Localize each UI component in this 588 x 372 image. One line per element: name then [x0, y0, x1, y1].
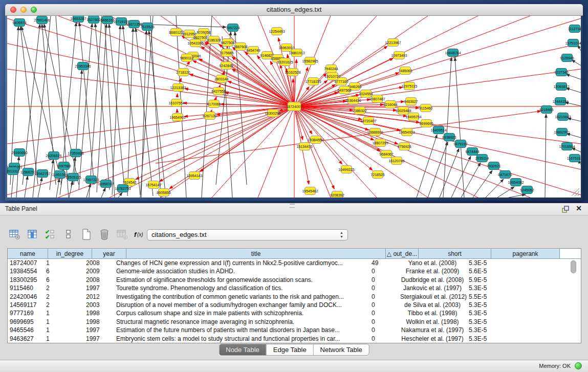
table-cell[interactable]: 0 — [369, 326, 398, 334]
row-height-icon[interactable] — [62, 228, 75, 240]
tab-edge-table[interactable]: Edge Table — [267, 344, 314, 355]
table-cell[interactable]: Changes of HCN gene expression and I(f) … — [114, 259, 369, 267]
table-cell[interactable]: 1 — [44, 309, 84, 317]
table-row[interactable]: 1872400712008Changes of HCN gene express… — [8, 259, 581, 267]
trash-icon[interactable] — [98, 228, 111, 240]
table-cell[interactable]: 2008 — [84, 259, 114, 267]
function-builder-icon[interactable]: f(x) — [134, 228, 147, 240]
table-cell[interactable]: 2008 — [84, 276, 114, 284]
tab-network-table[interactable]: Network Table — [314, 344, 369, 355]
table-cell[interactable]: Tibbo et al. (1998) — [398, 309, 467, 317]
table-cell[interactable]: 0 — [369, 284, 398, 292]
new-table-icon[interactable] — [80, 228, 93, 240]
close-panel-icon[interactable]: ✕ — [576, 204, 582, 212]
splitter-grip[interactable] — [290, 204, 295, 208]
table-cell[interactable]: 1 — [44, 318, 84, 326]
table-row[interactable]: 946554611997Estimation of the future num… — [8, 326, 581, 334]
table-cell[interactable]: 9777169 — [8, 309, 44, 317]
table-selector[interactable]: citations_edges.txt ▲▼ — [147, 229, 348, 240]
table-cell[interactable]: 1998 — [84, 309, 114, 317]
table-cell[interactable]: 0 — [369, 293, 398, 301]
window-titlebar[interactable]: citations_edges.txt — [5, 4, 583, 16]
float-panel-icon[interactable] — [561, 205, 570, 213]
table-cell[interactable]: 2 — [44, 301, 84, 309]
table-cell[interactable]: 0 — [369, 301, 398, 309]
table-cell[interactable]: 18300295 — [8, 276, 44, 284]
table-cell[interactable]: 5.3E-5 — [467, 318, 531, 326]
table-cell[interactable]: Tourette syndrome. Phenomenology and cla… — [114, 284, 369, 292]
column-header-pagerank[interactable]: pagerank — [491, 249, 560, 259]
table-row[interactable]: 2242004622012Investigating the contribut… — [8, 293, 581, 301]
table-cell[interactable]: 2009 — [84, 267, 114, 275]
table-row[interactable]: 969969511998Structural magnetic resonanc… — [8, 318, 581, 326]
table-cell[interactable]: 5.3E-5 — [467, 309, 531, 317]
table-cell[interactable]: Nakamura et al. (1997) — [398, 326, 467, 334]
table-cell[interactable]: Genome-wide association studies in ADHD. — [114, 267, 369, 275]
column-header-out_de[interactable]: △ out_de... — [386, 249, 419, 259]
table-cell[interactable]: Investigating the contribution of common… — [114, 293, 369, 301]
table-cell[interactable]: Yano et al. (2008) — [398, 259, 467, 267]
table-cell[interactable]: 1997 — [84, 326, 114, 334]
table-cell[interactable]: 5.3E-5 — [467, 335, 531, 343]
table-cell[interactable]: Wolkin et al. (1998) — [398, 318, 467, 326]
table-cell[interactable]: 5.9E-5 — [467, 276, 531, 284]
table-cell[interactable]: 19384554 — [8, 267, 44, 275]
table-cell[interactable]: Disruption of a novel member of a sodium… — [114, 301, 369, 309]
table-cell[interactable]: 9699695 — [8, 318, 44, 326]
table-cell[interactable]: Jankovic et al. (1997) — [398, 284, 467, 292]
table-cell[interactable]: Structural magnetic resonance image aver… — [114, 318, 369, 326]
table-cell[interactable]: 1 — [44, 259, 84, 267]
table-cell[interactable]: 2 — [44, 293, 84, 301]
table-cell[interactable]: 1998 — [84, 318, 114, 326]
table-cell[interactable]: Franke et al. (2009) — [398, 267, 467, 275]
table-cell[interactable]: de Silva et al. (2003) — [398, 301, 467, 309]
table-cell[interactable]: 0 — [369, 276, 398, 284]
table-scrollbar[interactable] — [571, 260, 576, 273]
table-cell[interactable]: 2012 — [84, 293, 114, 301]
table-cell[interactable]: 2003 — [84, 301, 114, 309]
table-row[interactable]: 1830029562008Estimation of significance … — [8, 276, 581, 284]
table-cell[interactable]: 5.3E-5 — [467, 326, 531, 334]
table-row[interactable]: 911546021997Tourette syndrome. Phenomeno… — [8, 284, 581, 292]
table-cell[interactable]: 2 — [44, 284, 84, 292]
column-header-name[interactable]: name — [8, 249, 48, 259]
table-cell[interactable]: 49 — [369, 259, 398, 267]
table-cell[interactable]: 9463627 — [8, 335, 44, 343]
resize-grip-icon[interactable] — [570, 186, 580, 196]
table-cell[interactable]: 9115460 — [8, 284, 44, 292]
select-columns-icon[interactable]: ✔✔ — [44, 228, 57, 240]
table-cell[interactable]: Dudbridge et al. (2008) — [398, 276, 467, 284]
table-settings-icon[interactable] — [8, 228, 21, 240]
table-row[interactable]: 977716911998Corpus callosum shape and si… — [8, 309, 581, 317]
network-canvas[interactable]: 8660123891295482260589827509105433928186… — [7, 16, 581, 198]
table-cell[interactable]: 1997 — [84, 284, 114, 292]
table-cell[interactable]: 0 — [369, 309, 398, 317]
column-header-in_degree[interactable]: in_degree — [48, 249, 92, 259]
table-row[interactable]: 1938455462009Genome-wide association stu… — [8, 267, 581, 275]
table-cell[interactable]: Embryonic stem cells: a model to study s… — [114, 335, 369, 343]
table-cell[interactable]: 5.3E-5 — [467, 259, 531, 267]
table-cell[interactable]: 1 — [44, 335, 84, 343]
table-cell[interactable]: Stergiakouli et al. (2012) — [398, 293, 467, 301]
memory-ok-indicator[interactable] — [575, 362, 582, 369]
table-cell[interactable]: 5.3E-5 — [467, 301, 531, 309]
table-cell[interactable]: 9465546 — [8, 326, 44, 334]
table-row[interactable]: 946362711997Embryonic stem cells: a mode… — [8, 335, 581, 343]
column-header-year[interactable]: year — [92, 249, 126, 259]
table-cell[interactable]: Estimation of the future numbers of pati… — [114, 326, 369, 334]
tab-node-table[interactable]: Node Table — [219, 344, 267, 355]
table-cell[interactable]: Corpus callosum shape and size in male p… — [114, 309, 369, 317]
table-cell[interactable]: 0 — [369, 335, 398, 343]
table-cell[interactable]: 5.5E-5 — [467, 293, 531, 301]
table-cell[interactable]: 5.3E-5 — [467, 284, 531, 292]
table-cell[interactable]: 6 — [44, 276, 84, 284]
table-cell[interactable]: 22420046 — [8, 293, 44, 301]
table-cell[interactable]: 18724007 — [8, 259, 44, 267]
table-cell[interactable]: 0 — [369, 318, 398, 326]
table-cell[interactable]: 6 — [44, 267, 84, 275]
table-cell[interactable]: Estimation of significance thresholds fo… — [114, 276, 369, 284]
table-row[interactable]: 1456911722003Disruption of a novel membe… — [8, 301, 581, 309]
column-visibility-icon[interactable] — [26, 228, 39, 240]
table-cell[interactable]: 1 — [44, 326, 84, 334]
table-cell[interactable]: 5.6E-5 — [467, 267, 531, 275]
